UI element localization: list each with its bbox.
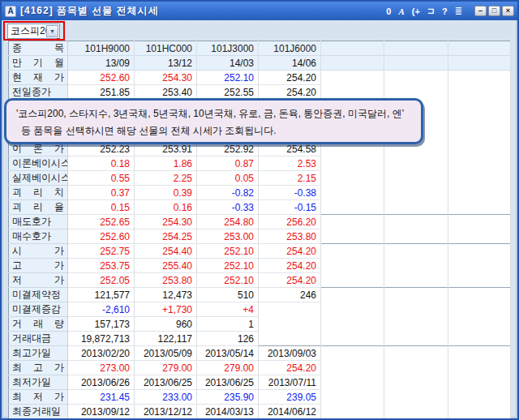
empty-cell <box>384 85 448 100</box>
empty-cell <box>321 405 384 419</box>
empty-cell <box>384 405 448 419</box>
row-label: 만 기 월 <box>9 56 68 71</box>
cell: -0.15 <box>259 200 321 215</box>
empty-cell <box>384 288 448 302</box>
cell: 2.53 <box>259 156 321 171</box>
capture-icon[interactable]: (+ <box>412 6 420 16</box>
cell: 0.05 <box>197 171 259 186</box>
table-row: 거 래 량157,1739601 <box>9 317 511 332</box>
table-row: 최 저 가231.45233.00235.90239.05 <box>9 390 511 405</box>
table-row: 현 재 가252.60254.30252.10254.20 <box>9 71 511 85</box>
row-label: 괴 리 율 <box>9 200 68 215</box>
cell: 252.10 <box>197 273 259 288</box>
minimize-button[interactable]: – <box>474 6 487 16</box>
empty-cell <box>384 56 448 71</box>
row-label: 시 가 <box>9 244 68 259</box>
empty-cell <box>321 361 384 375</box>
empty-cell <box>448 361 511 375</box>
titlebar-tools: 0A(+⊐?≣ –□× <box>386 6 514 16</box>
table-row: 저 가252.05253.80252.10254.20 <box>9 273 511 288</box>
empty-cell <box>384 229 448 244</box>
cell: 0.39 <box>135 186 197 200</box>
corner-label: 종 목 <box>9 41 68 56</box>
column-header: 101HC000 <box>135 41 197 56</box>
empty-cell <box>321 302 384 317</box>
menu-icon[interactable]: ≣ <box>455 6 462 16</box>
row-label: 최고가일 <box>9 346 68 361</box>
empty-cell <box>321 186 384 200</box>
chevron-down-icon[interactable]: ▼ <box>46 25 58 37</box>
cell: 14/06 <box>259 56 321 71</box>
table-row: 최종거래일2013/09/122013/12/122014/03/132014/… <box>9 405 511 419</box>
empty-cell <box>384 375 448 390</box>
table-row: 실제베이시스0.552.250.052.15 <box>9 171 511 186</box>
row-label: 최 고 가 <box>9 361 68 375</box>
product-select[interactable]: 코스피200 ▼ <box>7 24 60 39</box>
empty-cell <box>448 100 511 114</box>
empty-cell <box>384 317 448 332</box>
cell: 254.80 <box>197 215 259 229</box>
empty-cell <box>448 186 511 200</box>
row-label: 최종거래일 <box>9 405 68 419</box>
empty-cell <box>384 361 448 375</box>
font-icon[interactable]: A <box>398 6 404 16</box>
column-header: 101H9000 <box>68 41 135 56</box>
row-label: 거래대금 <box>9 332 68 346</box>
cell: 252.10 <box>197 259 259 273</box>
cell: 157,173 <box>68 317 135 332</box>
zero-icon[interactable]: 0 <box>386 6 391 16</box>
table-header-row: 종 목101H9000101HC000101J3000101J6000 <box>9 41 511 56</box>
empty-cell <box>448 288 511 302</box>
cell: 2013/06/25 <box>197 375 259 390</box>
table-row: 미결제약정121,57712,473510246 <box>9 288 511 302</box>
row-label: 매수호가 <box>9 229 68 244</box>
help-callout-line2: 등 품목을 선택하시면 해당 선물의 전체 시세가 조회됩니다. <box>16 122 411 139</box>
empty-cell <box>321 71 384 85</box>
window-title: [4162] 품목별 선물 전체시세 <box>20 4 159 18</box>
empty-cell <box>321 244 384 259</box>
cell: 279.00 <box>197 361 259 375</box>
empty-cell <box>448 114 511 128</box>
cell: 14/03 <box>197 56 259 71</box>
empty-cell <box>448 302 511 317</box>
table-row: 고 가253.75255.40252.10254.20 <box>9 259 511 273</box>
row-label: 최저가일 <box>9 375 68 390</box>
table-row: 거래대금19,872,713122,117126 <box>9 332 511 346</box>
cell: 0.15 <box>68 200 135 215</box>
cell: 255.40 <box>135 259 197 273</box>
empty-cell <box>321 259 384 273</box>
empty-cell <box>448 244 511 259</box>
empty-cell <box>448 346 511 361</box>
cell: -2,610 <box>68 302 135 317</box>
cell: 231.45 <box>68 390 135 405</box>
empty-cell <box>448 142 511 156</box>
empty-cell <box>448 85 511 100</box>
help-icon[interactable]: ? <box>442 6 448 16</box>
cell: 19,872,713 <box>68 332 135 346</box>
empty-cell <box>448 56 511 71</box>
cell: 121,577 <box>68 288 135 302</box>
cell: 2.15 <box>259 171 321 186</box>
close-button[interactable]: × <box>502 6 514 16</box>
row-label: 매도호가 <box>9 215 68 229</box>
cell: 252.55 <box>197 85 259 100</box>
maximize-button[interactable]: □ <box>488 6 500 16</box>
empty-cell <box>321 56 384 71</box>
empty-cell <box>384 215 448 229</box>
cell: 2014/03/13 <box>197 405 259 419</box>
cell: 254.20 <box>259 244 321 259</box>
empty-cell <box>384 390 448 405</box>
empty-cell <box>321 332 384 346</box>
cell: 233.00 <box>135 390 197 405</box>
cell: 2013/06/25 <box>135 375 197 390</box>
titlebar[interactable]: A [4162] 품목별 선물 전체시세 0A(+⊐?≣ –□× <box>2 2 517 20</box>
cell: 254.20 <box>259 259 321 273</box>
cell: 254.25 <box>135 229 197 244</box>
cell: 2013/02/20 <box>68 346 135 361</box>
product-select-value: 코스피200 <box>8 24 46 38</box>
cell: 254.20 <box>259 361 321 375</box>
cell: 253.80 <box>135 273 197 288</box>
table-row: 최저가일2013/06/262013/06/252013/06/252013/0… <box>9 375 511 390</box>
popup-icon[interactable]: ⊐ <box>427 6 435 16</box>
cell: 2013/05/14 <box>197 346 259 361</box>
